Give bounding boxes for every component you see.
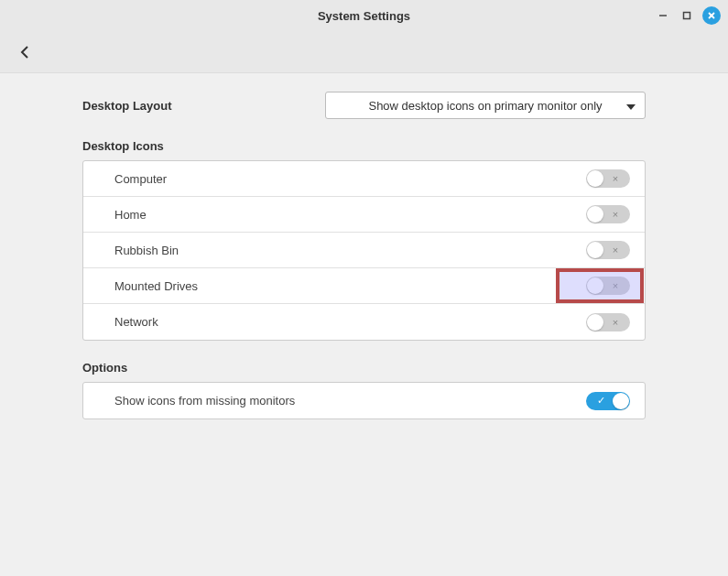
toggle-missing-monitors[interactable]: ✓ <box>586 392 630 410</box>
desktop-icons-title: Desktop Icons <box>82 139 646 153</box>
row-label: Computer <box>114 172 586 186</box>
chevron-left-icon <box>18 45 33 60</box>
row-label: Mounted Drives <box>114 279 586 293</box>
options-list: Show icons from missing monitors ✓ <box>82 382 646 419</box>
options-title: Options <box>82 361 646 375</box>
toggle-mounted-drives[interactable]: × <box>586 277 630 295</box>
x-icon: × <box>603 205 628 223</box>
toggle-home[interactable]: × <box>586 205 630 223</box>
close-button[interactable] <box>702 6 721 25</box>
titlebar: System Settings <box>0 0 728 31</box>
row-label: Rubbish Bin <box>114 244 586 257</box>
maximize-button[interactable] <box>679 7 695 24</box>
svg-marker-4 <box>626 104 636 110</box>
toggle-network[interactable]: × <box>586 313 630 331</box>
check-icon: ✓ <box>588 392 614 410</box>
desktop-layout-select[interactable]: Show desktop icons on primary monitor on… <box>325 92 646 119</box>
toolbar <box>0 31 728 73</box>
list-item-network: Network × <box>83 304 645 340</box>
desktop-icons-list: Computer × Home × Rubbish Bin × Mounted … <box>82 160 646 341</box>
back-button[interactable] <box>13 39 38 65</box>
x-icon: × <box>603 313 628 331</box>
desktop-layout-row: Desktop Layout Show desktop icons on pri… <box>82 92 646 119</box>
x-icon: × <box>603 169 628 188</box>
row-label: Home <box>114 208 586 222</box>
toggle-rubbish-bin[interactable]: × <box>586 241 630 259</box>
list-item-mounted-drives: Mounted Drives × <box>83 268 645 304</box>
chevron-down-icon <box>626 99 636 113</box>
desktop-layout-value: Show desktop icons on primary monitor on… <box>335 99 636 113</box>
minimize-button[interactable] <box>655 7 671 24</box>
window-controls <box>655 6 721 25</box>
list-item-home: Home × <box>83 197 645 233</box>
content-area: Desktop Layout Show desktop icons on pri… <box>0 73 728 458</box>
list-item-missing-monitors: Show icons from missing monitors ✓ <box>83 383 645 418</box>
x-icon: × <box>603 241 628 259</box>
svg-rect-1 <box>684 13 690 19</box>
desktop-layout-label: Desktop Layout <box>82 99 325 113</box>
row-label: Show icons from missing monitors <box>114 394 586 408</box>
list-item-computer: Computer × <box>83 161 645 197</box>
window-title: System Settings <box>0 9 728 23</box>
x-icon: × <box>603 277 628 295</box>
row-label: Network <box>114 315 586 329</box>
toggle-computer[interactable]: × <box>586 169 630 188</box>
list-item-rubbish-bin: Rubbish Bin × <box>83 233 645 268</box>
